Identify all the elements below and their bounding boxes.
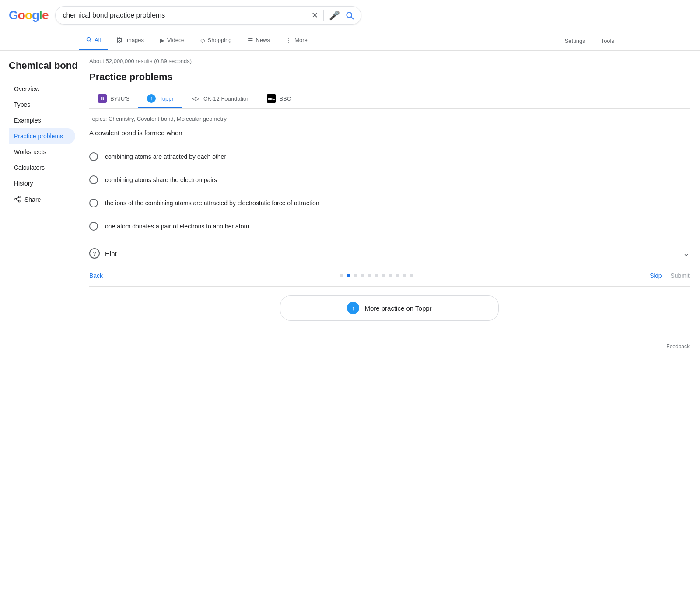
svg-point-6 xyxy=(18,200,20,202)
hint-icon: ? xyxy=(89,248,100,259)
toppr-button-icon: ↑ xyxy=(347,302,359,314)
svg-point-4 xyxy=(18,196,20,198)
feedback-button[interactable]: Feedback xyxy=(666,343,690,350)
option-3-text: the ions of the combining atoms are attr… xyxy=(105,200,319,207)
section-title: Practice problems xyxy=(89,71,690,83)
clear-icon[interactable]: ✕ xyxy=(312,11,318,20)
sidebar-item-practice[interactable]: Practice problems xyxy=(9,128,75,144)
back-button[interactable]: Back xyxy=(89,272,103,279)
news-icon: ☰ xyxy=(248,37,253,44)
tab-images[interactable]: 🖼 Images xyxy=(109,32,151,50)
source-tab-ck12[interactable]: ◁▷ CK-12 Foundation xyxy=(182,90,259,108)
google-logo: Google xyxy=(9,8,48,22)
search-divider xyxy=(323,10,324,21)
svg-line-7 xyxy=(17,200,19,201)
tools-link[interactable]: Tools xyxy=(594,32,621,49)
svg-line-3 xyxy=(90,41,91,42)
dot-2 xyxy=(346,274,350,277)
search-icons: ✕ 🎤 xyxy=(312,10,354,21)
source-tabs: B BYJU'S ↑ Toppr ◁▷ CK-12 Foundation BBC… xyxy=(89,90,690,109)
option-4-text: one atom donates a pair of electrons to … xyxy=(105,223,249,230)
question-text: A covalent bond is formed when : xyxy=(89,129,690,137)
feedback-container: Feedback xyxy=(0,336,700,357)
toppr-logo: ↑ xyxy=(147,94,156,103)
radio-4[interactable] xyxy=(89,222,98,231)
source-tab-byjus[interactable]: B BYJU'S xyxy=(89,90,138,108)
source-tab-bbc[interactable]: BBC BBC xyxy=(258,90,300,108)
hint-label: Hint xyxy=(105,250,117,257)
tab-all[interactable]: All xyxy=(79,31,108,50)
tab-videos[interactable]: ▶ Videos xyxy=(153,32,192,50)
dot-9 xyxy=(396,274,399,277)
topics: Topics: Chemistry, Covalent bond, Molecu… xyxy=(89,116,690,122)
sidebar-item-worksheets[interactable]: Worksheets xyxy=(9,144,75,160)
more-practice-button[interactable]: ↑ More practice on Toppr xyxy=(280,295,499,321)
more-practice-container: ↑ More practice on Toppr xyxy=(89,295,690,321)
settings-link[interactable]: Settings xyxy=(558,32,592,49)
all-icon xyxy=(86,36,92,44)
page-dots xyxy=(340,274,413,277)
shopping-icon: ◇ xyxy=(200,37,205,44)
search-bar: ✕ 🎤 xyxy=(55,6,361,25)
sidebar-item-examples[interactable]: Examples xyxy=(9,112,75,128)
nav-tabs: All 🖼 Images ▶ Videos ◇ Shopping ☰ News … xyxy=(0,31,700,51)
nav-right: Skip Submit xyxy=(650,272,690,279)
option-2[interactable]: combining atoms share the electron pairs xyxy=(89,168,690,192)
share-label: Share xyxy=(24,196,41,203)
radio-2[interactable] xyxy=(89,175,98,184)
option-2-text: combining atoms share the electron pairs xyxy=(105,176,217,183)
sidebar-title: Chemical bond xyxy=(9,60,79,72)
videos-icon: ▶ xyxy=(160,37,164,44)
mic-icon[interactable]: 🎤 xyxy=(329,10,340,21)
dot-11 xyxy=(410,274,413,277)
sidebar-item-history[interactable]: History xyxy=(9,175,75,191)
more-icon: ⋮ xyxy=(286,37,292,44)
sidebar-item-calculators[interactable]: Calculators xyxy=(9,160,75,175)
dot-6 xyxy=(374,274,378,277)
bbc-logo: BBC xyxy=(267,94,276,103)
tab-more[interactable]: ⋮ More xyxy=(279,32,315,50)
skip-button[interactable]: Skip xyxy=(650,272,662,279)
share-icon xyxy=(14,196,21,204)
dot-10 xyxy=(402,274,406,277)
content-area: About 52,000,000 results (0.89 seconds) … xyxy=(79,51,700,336)
question-nav-bar: Back Skip Submit xyxy=(89,265,690,287)
radio-3[interactable] xyxy=(89,199,98,207)
sidebar-item-overview[interactable]: Overview xyxy=(9,81,75,97)
search-button[interactable] xyxy=(345,11,354,20)
more-practice-label: More practice on Toppr xyxy=(364,305,431,312)
radio-1[interactable] xyxy=(89,152,98,161)
submit-button[interactable]: Submit xyxy=(670,272,690,279)
option-4[interactable]: one atom donates a pair of electrons to … xyxy=(89,215,690,238)
tab-news[interactable]: ☰ News xyxy=(241,32,277,50)
hint-divider xyxy=(89,240,690,240)
header: Google ✕ 🎤 xyxy=(0,0,700,31)
results-count: About 52,000,000 results (0.89 seconds) xyxy=(89,58,690,64)
byjus-logo: B xyxy=(98,94,107,103)
option-1-text: combining atoms are attracted by each ot… xyxy=(105,153,226,160)
dot-7 xyxy=(382,274,385,277)
option-3[interactable]: the ions of the combining atoms are attr… xyxy=(89,192,690,215)
images-icon: 🖼 xyxy=(116,37,122,44)
svg-point-5 xyxy=(15,198,17,200)
svg-line-8 xyxy=(17,197,19,199)
sidebar-item-types[interactable]: Types xyxy=(9,97,75,112)
tab-shopping[interactable]: ◇ Shopping xyxy=(193,32,239,50)
dot-1 xyxy=(340,274,343,277)
option-1[interactable]: combining atoms are attracted by each ot… xyxy=(89,145,690,168)
source-tab-toppr[interactable]: ↑ Toppr xyxy=(138,90,182,108)
share-button[interactable]: Share xyxy=(9,191,79,208)
chevron-down-icon: ⌄ xyxy=(683,249,690,258)
search-input[interactable] xyxy=(63,11,312,19)
dot-8 xyxy=(388,274,392,277)
dot-4 xyxy=(360,274,364,277)
ck12-logo: ◁▷ xyxy=(191,94,200,103)
dot-3 xyxy=(354,274,357,277)
svg-line-1 xyxy=(351,17,354,19)
dot-5 xyxy=(368,274,371,277)
sidebar: Chemical bond Overview Types Examples Pr… xyxy=(0,51,79,336)
options-list: combining atoms are attracted by each ot… xyxy=(89,145,690,238)
hint-row[interactable]: ? Hint ⌄ xyxy=(89,242,690,265)
main-container: Chemical bond Overview Types Examples Pr… xyxy=(0,51,700,336)
